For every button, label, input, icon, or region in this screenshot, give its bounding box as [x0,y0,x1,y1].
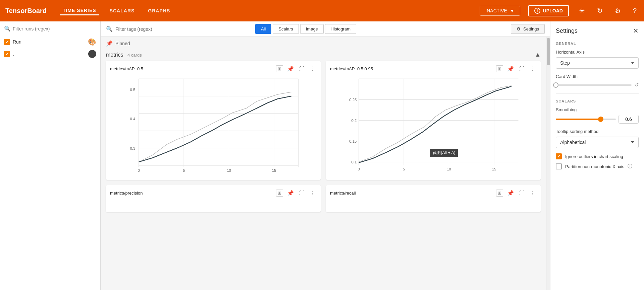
tab-histogram[interactable]: Histogram [325,24,356,34]
chart-expand-icon-map0595[interactable]: ⊞ [496,65,503,72]
main-layout: 🔍 Run 🎨 . 🔍 All Scalars Image [0,21,644,290]
settings-btn-label: Settings [523,26,539,31]
card-width-reset-icon[interactable]: ↺ [634,82,639,88]
run-row-0: Run 🎨 [0,36,100,48]
svg-text:0.5: 0.5 [130,88,135,92]
scrollbar-thumb[interactable] [547,38,550,65]
sidebar: 🔍 Run 🎨 . [0,21,101,290]
chart-actions-map05: ⊞ 📌 ⛶ ⋮ [276,65,317,73]
filter-tabs: All Scalars Image Histogram [255,24,356,34]
chart-fullscreen-icon-recall[interactable]: ⛶ [518,190,526,197]
metrics-title: metrics [106,52,123,58]
chart-more-icon-map0595[interactable]: ⋮ [529,65,537,73]
chart-fullscreen-icon-precision[interactable]: ⛶ [298,190,306,197]
filter-tags-input[interactable] [115,26,182,32]
partition-row: Partition non-monotonic X axis ⓘ [556,163,639,169]
chart-card-recall-header: metrics/recall ⊞ 📌 ⛶ ⋮ [330,189,537,197]
inactive-label: INACTIVE [485,8,507,13]
settings-divider-1 [556,93,639,94]
metrics-section-title-area: metrics 4 cards [106,52,142,58]
run-checkbox-1[interactable] [4,51,10,57]
smoothing-slider-thumb[interactable] [598,117,603,122]
scalars-section-title: SCALARS [556,99,639,103]
inactive-dropdown[interactable]: INACTIVE ▼ [480,6,520,16]
settings-close-button[interactable]: ✕ [633,27,639,35]
card-width-slider-thumb[interactable] [553,82,558,88]
horizontal-axis-select[interactable]: Step Relative Wall [556,57,639,69]
charts-scroll-wrapper: 📌 Pinned metrics 4 cards ▲ metrics/m [101,37,550,290]
charts-area: 📌 Pinned metrics 4 cards ▲ metrics/m [101,37,546,290]
chart-more-icon-map05[interactable]: ⋮ [309,65,317,73]
partition-checkbox[interactable] [556,163,562,169]
tab-image[interactable]: Image [300,24,324,34]
smoothing-label: Smoothing [556,107,639,112]
svg-text:5: 5 [403,167,405,171]
nav-time-series[interactable]: TIME SERIES [60,6,99,15]
chart-card-precision: metrics/precision ⊞ 📌 ⛶ ⋮ [106,185,321,212]
svg-text:0.1: 0.1 [352,160,357,164]
filter-tags-search-icon: 🔍 [106,26,113,32]
vertical-scrollbar[interactable] [546,37,550,290]
help-icon-btn[interactable]: ? [631,5,639,17]
sidebar-search-container: 🔍 [0,25,100,32]
chart-expand-icon-precision[interactable]: ⊞ [276,190,283,197]
help-icon: ? [633,7,637,14]
partition-info-icon[interactable]: ⓘ [628,163,632,169]
ignore-outliers-row: Ignore outliers in chart scaling [556,153,639,159]
chart-more-icon-recall[interactable]: ⋮ [529,189,537,197]
svg-text:10: 10 [227,168,231,172]
chart-pin-icon-map05[interactable]: 📌 [286,65,295,73]
ignore-outliers-checkbox[interactable] [556,153,562,159]
chart-pin-icon-recall[interactable]: 📌 [506,189,515,197]
filter-tags-container: 🔍 [106,26,250,32]
chart-pin-icon-map0595[interactable]: 📌 [506,65,515,73]
topnav: TensorBoard TIME SERIES SCALARS GRAPHS I… [0,0,644,21]
smoothing-slider-track[interactable] [556,119,616,120]
card-width-slider-track[interactable] [556,84,632,86]
metrics-collapse-btn[interactable]: ▲ [535,51,541,58]
gear-icon: ⚙ [615,7,621,14]
brand-logo: TensorBoard [5,7,47,15]
theme-icon-btn[interactable]: ☀ [577,5,587,17]
run-color-dot-1[interactable] [88,50,96,58]
tab-scalars[interactable]: Scalars [273,24,299,34]
upload-button[interactable]: i UPLOAD [528,5,569,16]
chart-more-icon-precision[interactable]: ⋮ [309,189,317,197]
chart-title-map0595: metrics/mAP_0.5:0.95 [330,66,373,71]
chart-fullscreen-icon-map0595[interactable]: ⛶ [518,65,526,73]
pinned-section-header: 📌 Pinned [106,37,541,49]
chart-fullscreen-icon-map05[interactable]: ⛶ [298,65,306,73]
nav-scalars[interactable]: SCALARS [107,7,138,15]
card-width-label: Card Width [556,74,639,79]
settings-panel-title: Settings [556,27,578,34]
svg-text:0.3: 0.3 [130,146,135,150]
chart-pin-icon-precision[interactable]: 📌 [286,189,295,197]
chart-title-recall: metrics/recall [330,191,356,196]
smoothing-value-input[interactable] [619,115,639,124]
settings-panel-button[interactable]: ⚙ Settings [511,24,545,34]
settings-panel-header: Settings ✕ [556,27,639,35]
settings-gear-icon-btn[interactable]: ⚙ [613,5,623,17]
svg-text:0: 0 [138,168,140,172]
chart-title-map05: metrics/mAP_0.5 [110,66,143,71]
chart-expand-icon-recall[interactable]: ⊞ [496,190,503,197]
filter-runs-input[interactable] [13,26,96,31]
run-checkbox-0[interactable] [4,39,10,45]
run-label-1: . [13,51,86,57]
pin-icon: 📌 [106,40,113,47]
general-section-title: GENERAL [556,42,639,46]
nav-graphs[interactable]: GRAPHS [145,7,173,15]
content-area: 🔍 All Scalars Image Histogram ⚙ Settings… [101,21,550,290]
chart-expand-icon-map05[interactable]: ⊞ [276,65,283,72]
upload-info-icon: i [534,8,540,14]
chart-card-recall: metrics/recall ⊞ 📌 ⛶ ⋮ [326,185,541,212]
tooltip-sort-select[interactable]: Alphabetical Ascending Descending Defaul… [556,137,639,148]
run-palette-icon-0[interactable]: 🎨 [88,38,96,46]
chart-card-map0595: metrics/mAP_0.5:0.95 ⊞ 📌 ⛶ ⋮ [326,61,541,180]
chart-actions-precision: ⊞ 📌 ⛶ ⋮ [276,189,317,197]
chart-title-precision: metrics/precision [110,191,143,196]
refresh-icon-btn[interactable]: ↻ [595,5,605,17]
tab-all[interactable]: All [255,24,271,34]
settings-btn-gear-icon: ⚙ [517,26,521,31]
tooltip-sort-label: Tooltip sorting method [556,129,639,134]
